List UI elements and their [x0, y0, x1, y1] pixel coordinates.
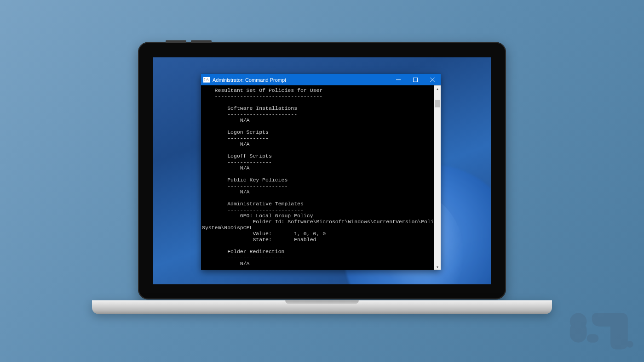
- minimize-icon: [396, 77, 401, 82]
- cmd-icon: [203, 77, 210, 82]
- minimize-button[interactable]: [390, 74, 407, 85]
- close-button[interactable]: [424, 74, 441, 85]
- scroll-track[interactable]: [434, 92, 441, 264]
- svg-rect-1: [413, 78, 417, 82]
- scroll-thumb[interactable]: [435, 100, 440, 107]
- laptop-bezel: Administrator: Command Prompt: [138, 42, 506, 300]
- window-controls: [390, 74, 441, 85]
- scrollbar[interactable]: ▴ ▾: [434, 85, 441, 270]
- gt-watermark-logo: [566, 310, 635, 352]
- terminal-output[interactable]: Resultant Set Of Policies for User -----…: [201, 85, 434, 270]
- titlebar[interactable]: Administrator: Command Prompt: [201, 74, 441, 85]
- laptop-base: [92, 300, 552, 314]
- maximize-button[interactable]: [407, 74, 424, 85]
- scroll-down-button[interactable]: ▾: [434, 264, 441, 270]
- scroll-up-button[interactable]: ▴: [434, 85, 441, 92]
- laptop-screen: Administrator: Command Prompt: [153, 57, 491, 284]
- command-prompt-window: Administrator: Command Prompt: [201, 74, 441, 270]
- laptop-top-buttons: [166, 40, 212, 43]
- maximize-icon: [413, 77, 418, 82]
- window-title: Administrator: Command Prompt: [213, 77, 390, 82]
- close-icon: [430, 77, 435, 82]
- laptop-frame: Administrator: Command Prompt: [138, 42, 506, 300]
- svg-point-7: [627, 341, 633, 348]
- svg-rect-6: [587, 334, 599, 342]
- svg-rect-5: [570, 322, 587, 343]
- terminal-body: Resultant Set Of Policies for User -----…: [201, 85, 441, 270]
